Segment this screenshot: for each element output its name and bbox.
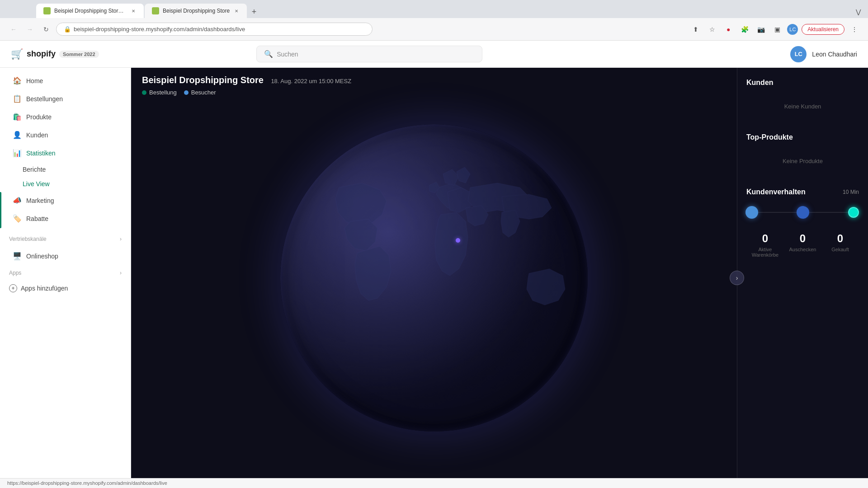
stat-auschecken: 0 Auschecken [784,232,821,258]
sidebar-home-label: Home [26,77,43,84]
tab-favicon [43,7,51,14]
shopify-logo: 🛒 shopify Sommer 2022 [11,48,99,60]
store-date: 18. Aug. 2022 um 15:00 MESZ [271,78,351,84]
more-icon[interactable]: ⋮ [848,23,861,36]
bestellungen-icon: 📋 [13,94,22,103]
update-button[interactable]: Aktualisieren [802,24,844,35]
sidebar-kunden-label: Kunden [26,131,48,139]
kundenverhalten-title: Kundenverhalten [746,188,806,196]
timeline-dot-3[interactable] [848,207,859,218]
sidebar-item-marketing[interactable]: 📣 Marketing [4,192,127,209]
screenshot-icon[interactable]: 📷 [755,23,767,36]
auschecken-value: 0 [784,232,821,245]
behavior-time: 10 Min [843,189,859,195]
produkte-icon: 🛍️ [13,113,22,121]
top-produkte-section: Top-Produkte Keine Produkte [746,133,859,174]
statistiken-icon: 📊 [13,149,22,157]
apps-section: Apps › [0,265,131,281]
sidebar-item-home[interactable]: 🏠 Home [4,72,127,89]
forward-btn[interactable]: → [24,23,36,36]
apps-add-btn[interactable]: + Apps hinzufügen [0,281,131,296]
tab-favicon-2 [152,7,159,14]
sidebar-item-statistiken[interactable]: 📊 Statistiken [4,144,127,162]
sidebar-sub-berichte[interactable]: Berichte [0,162,131,177]
sidebar-onlineshop-label: Onlineshop [26,253,58,260]
kundenverhalten-section: Kundenverhalten 10 Min 0 AktiveWarenkörb… [746,188,859,258]
globe-container: › [131,68,737,488]
address-text: beispiel-dropshipping-store.myshopify.co… [74,26,245,33]
sidebar-item-kunden[interactable]: 👤 Kunden [4,126,127,144]
shopify-text: shopify [27,49,56,59]
timeline-dot-2[interactable] [797,206,809,219]
apps-arrow[interactable]: › [120,270,122,276]
stat-warenkorbe: 0 AktiveWarenkörbe [746,232,784,258]
opera-icon[interactable]: ● [722,23,735,36]
besucher-label: Besucher [191,89,216,96]
sidebar-item-onlineshop[interactable]: 🖥️ Onlineshop [4,247,127,265]
vertriebskanaele-label: Vertriebskanäle [9,236,47,242]
tab-close-btn[interactable]: ✕ [130,8,137,14]
back-btn[interactable]: ← [7,23,20,36]
besucher-dot [184,90,189,95]
onlineshop-icon: 🖥️ [13,252,22,260]
reload-btn[interactable]: ↻ [40,23,52,36]
vertriebskanaele-arrow[interactable]: › [120,236,122,242]
share-icon[interactable]: ⬆ [689,23,702,36]
gekauft-label: Gekauft [821,247,859,252]
tab-active-label: Beispiel Dropshipping Store · ... [54,8,127,14]
globe [280,124,588,432]
sidebar-item-rabatte[interactable]: 🏷️ Rabatte [4,210,127,227]
vertriebskanaele-section: Vertriebskanäle › [0,231,131,247]
apps-add-icon: + [9,284,17,292]
store-title: Beispiel Dropshipping Store [142,75,264,85]
gekauft-value: 0 [821,232,859,245]
season-badge: Sommer 2022 [59,51,99,58]
tab-close-btn-2[interactable]: ✕ [233,8,240,14]
new-tab-btn[interactable]: + [248,5,260,18]
shopify-icon: 🛒 [11,48,23,60]
tab-inactive[interactable]: Beispiel Dropshipping Store ✕ [145,4,247,18]
sidebar-rabatte-label: Rabatte [26,215,48,222]
stats-row: 0 AktiveWarenkörbe 0 Auschecken 0 Gekauf… [746,232,859,258]
bookmark-icon[interactable]: ☆ [706,23,718,36]
sidebar-bestellungen-label: Bestellungen [26,95,63,103]
search-bar[interactable]: 🔍 Suchen [256,46,482,62]
auschecken-label: Auschecken [784,247,821,252]
panel-toggle-btn[interactable]: › [730,271,744,285]
home-icon: 🏠 [13,76,22,85]
live-view-label: Live View [23,180,50,188]
top-produkte-title: Top-Produkte [746,133,859,141]
behavior-header: Kundenverhalten 10 Min [746,188,859,196]
search-placeholder: Suchen [277,51,298,58]
globe-wrapper [280,124,588,432]
rabatte-icon: 🏷️ [13,214,22,223]
bestellung-dot [142,90,146,95]
sidebar-item-produkte[interactable]: 🛍️ Produkte [4,108,127,126]
sidebar-marketing-label: Marketing [26,197,54,204]
user-name: Leon Chaudhari [812,51,857,58]
sidebar-statistiken-label: Statistiken [26,150,56,157]
status-url: https://beispiel-dropshipping-store.mysh… [7,480,167,486]
tab-active[interactable]: Beispiel Dropshipping Store · ... ✕ [36,4,144,18]
warenkorbe-label: AktiveWarenkörbe [746,247,784,258]
apps-label: Apps [9,270,21,276]
sidebar-sub-live-view[interactable]: Live View [0,177,131,191]
marketing-icon: 📣 [13,196,22,205]
tab-list-icon[interactable]: ⋁ [852,5,864,18]
sidebar-produkte-label: Produkte [26,113,52,121]
apps-add-label: Apps hinzufügen [21,285,68,292]
tab-inactive-label: Beispiel Dropshipping Store [163,8,230,14]
status-bar: https://beispiel-dropshipping-store.mysh… [0,478,868,488]
profile-icon[interactable]: LC [787,24,798,35]
extensions-icon[interactable]: 🧩 [738,23,751,36]
sidebar-item-bestellungen[interactable]: 📋 Bestellungen [4,90,127,108]
wallet-icon[interactable]: ▣ [771,23,783,36]
globe-pin [456,238,460,243]
kunden-icon: 👤 [13,131,22,139]
user-avatar[interactable]: LC [790,46,807,62]
bestellung-label: Bestellung [149,89,177,96]
warenkorbe-value: 0 [746,232,784,245]
timeline-dot-1[interactable] [745,206,758,219]
address-bar[interactable]: 🔒 beispiel-dropshipping-store.myshopify.… [56,23,373,36]
behavior-timeline [746,203,859,221]
